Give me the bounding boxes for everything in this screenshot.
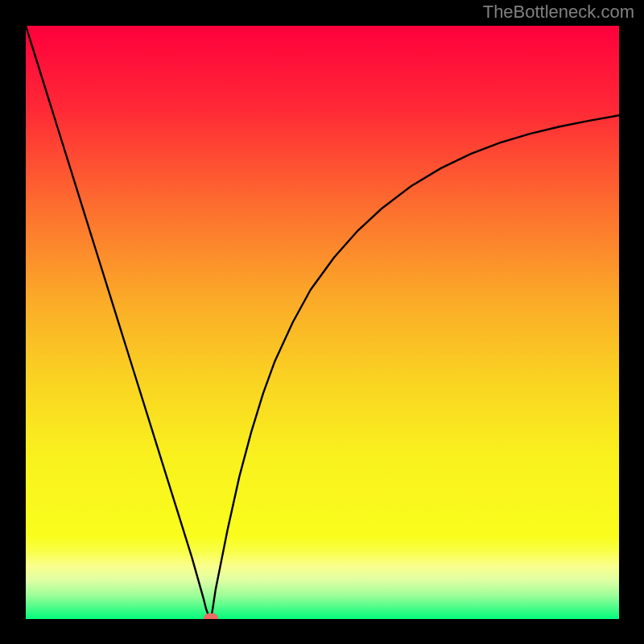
plot-area xyxy=(26,26,619,619)
minimum-marker xyxy=(204,613,218,619)
curve-line xyxy=(26,26,619,619)
chart-container: TheBottleneck.com xyxy=(0,0,644,644)
watermark-text: TheBottleneck.com xyxy=(483,2,634,23)
